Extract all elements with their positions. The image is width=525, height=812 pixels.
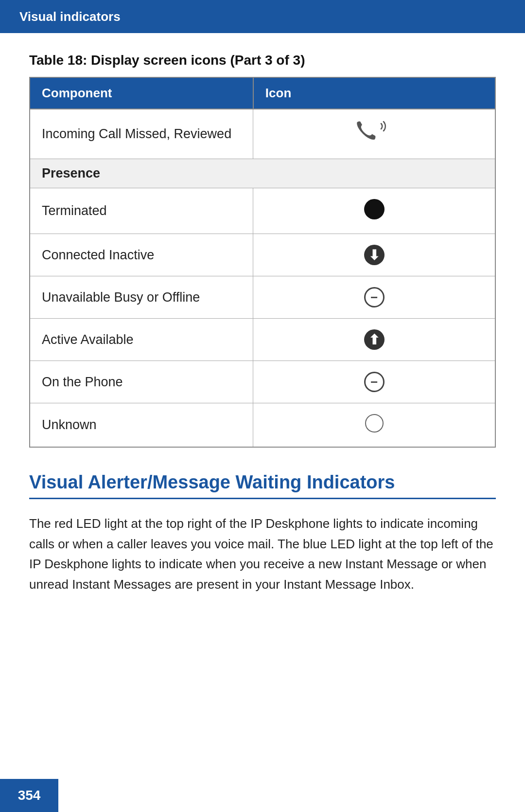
unavailable-icon: − [364, 287, 385, 307]
component-cell: Terminated [30, 188, 253, 234]
col-component: Component [30, 77, 253, 109]
col-icon: Icon [253, 77, 495, 109]
component-cell: Incoming Call Missed, Reviewed [30, 109, 253, 159]
component-cell: Connected Inactive [30, 234, 253, 276]
icon-table: Component Icon Incoming Call Missed, Rev… [29, 77, 496, 448]
table-row: On the Phone − [30, 361, 495, 403]
icon-cell: − [253, 361, 495, 403]
connected-inactive-icon: ⬇ [364, 245, 385, 265]
on-phone-icon: − [364, 372, 385, 392]
icon-cell [253, 109, 495, 159]
icon-cell: ⬆ [253, 319, 495, 361]
icon-cell: − [253, 276, 495, 319]
phone-missed-icon [355, 120, 394, 144]
unknown-icon [365, 414, 384, 433]
top-header: Visual indicators [0, 0, 525, 33]
component-cell: On the Phone [30, 361, 253, 403]
table-row: Active Available ⬆ [30, 319, 495, 361]
table-row: Connected Inactive ⬇ [30, 234, 495, 276]
component-cell: Unavailable Busy or Offline [30, 276, 253, 319]
active-available-icon: ⬆ [364, 329, 385, 350]
table-row: Incoming Call Missed, Reviewed [30, 109, 495, 159]
table-row: Unavailable Busy or Offline − [30, 276, 495, 319]
table-header-row: Component Icon [30, 77, 495, 109]
table-row: Unknown [30, 403, 495, 448]
body-paragraph: The red LED light at the top right of th… [29, 514, 496, 595]
component-cell: Unknown [30, 403, 253, 448]
component-cell: Active Available [30, 319, 253, 361]
icon-cell [253, 403, 495, 448]
presence-header: Presence [30, 159, 495, 188]
header-title: Visual indicators [19, 9, 121, 24]
terminated-icon [364, 199, 385, 219]
icon-cell: ⬇ [253, 234, 495, 276]
section-header-row: Presence [30, 159, 495, 188]
table-row: Terminated [30, 188, 495, 234]
icon-cell [253, 188, 495, 234]
section-heading: Visual Alerter/Message Waiting Indicator… [29, 472, 496, 499]
page-number: 354 [18, 788, 41, 803]
page-number-bar: 354 [0, 779, 58, 812]
table-title: Table 18: Display screen icons (Part 3 o… [29, 53, 496, 68]
main-content: Table 18: Display screen icons (Part 3 o… [0, 33, 525, 624]
